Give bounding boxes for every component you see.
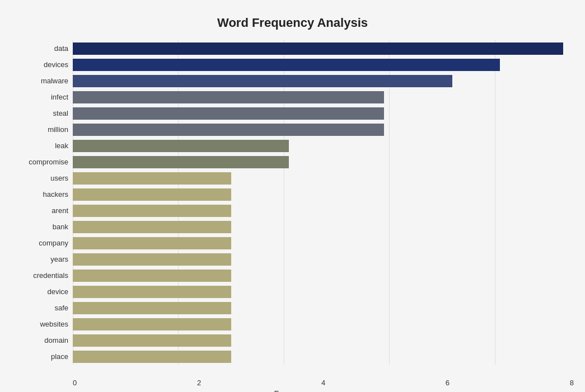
y-axis: datadevicesmalwareinfectstealmillionleak… bbox=[11, 40, 73, 365]
bar-row bbox=[73, 187, 574, 202]
bar-row bbox=[73, 220, 574, 234]
bar bbox=[73, 286, 231, 298]
x-axis: 02468 bbox=[73, 379, 574, 387]
y-label: leak bbox=[55, 139, 68, 153]
bar-row bbox=[73, 333, 574, 348]
grid-line bbox=[389, 40, 390, 365]
chart-area: datadevicesmalwareinfectstealmillionleak… bbox=[11, 40, 574, 365]
bar-row bbox=[73, 252, 574, 267]
bar bbox=[73, 253, 231, 266]
bar bbox=[73, 59, 500, 71]
bar-row bbox=[73, 350, 574, 364]
y-label: company bbox=[39, 236, 68, 251]
bar-row bbox=[73, 139, 574, 153]
x-tick: 2 bbox=[197, 379, 201, 387]
chart-title: Word Frequency Analysis bbox=[11, 11, 574, 30]
x-tick: 4 bbox=[321, 379, 325, 387]
bar bbox=[73, 42, 563, 55]
y-label: malware bbox=[41, 74, 68, 88]
bar-row bbox=[73, 236, 574, 251]
x-tick: 8 bbox=[570, 379, 574, 387]
bar-row bbox=[73, 58, 574, 72]
y-label: devices bbox=[44, 58, 68, 72]
bar bbox=[73, 270, 231, 282]
y-label: compromise bbox=[29, 155, 68, 169]
bar-row bbox=[73, 41, 574, 56]
grid-line bbox=[73, 40, 73, 365]
bar bbox=[73, 140, 289, 152]
x-tick: 6 bbox=[446, 379, 450, 387]
x-axis-label: Frequency bbox=[11, 389, 574, 392]
bar bbox=[73, 91, 384, 103]
bar-row bbox=[73, 301, 574, 315]
bar bbox=[73, 156, 289, 168]
bar-row bbox=[73, 155, 574, 169]
x-tick: 0 bbox=[73, 379, 77, 387]
chart-container: Word Frequency Analysis datadevicesmalwa… bbox=[0, 0, 585, 392]
bar bbox=[73, 318, 231, 330]
bar bbox=[73, 237, 231, 249]
bar-row bbox=[73, 122, 574, 137]
grid-line bbox=[178, 40, 179, 365]
bar bbox=[73, 172, 231, 185]
bar bbox=[73, 107, 384, 120]
y-label: data bbox=[54, 41, 68, 56]
bar bbox=[73, 334, 231, 347]
bars-and-grid bbox=[73, 40, 574, 365]
bar-row bbox=[73, 204, 574, 218]
y-label: domain bbox=[44, 333, 68, 348]
y-label: device bbox=[47, 285, 68, 299]
bar bbox=[73, 124, 384, 136]
bar bbox=[73, 351, 231, 363]
y-label: infect bbox=[51, 90, 68, 105]
bar bbox=[73, 188, 231, 201]
y-label: hackers bbox=[43, 187, 68, 202]
y-label: steal bbox=[53, 106, 68, 121]
y-label: place bbox=[51, 350, 68, 364]
bar-row bbox=[73, 268, 574, 283]
bar bbox=[73, 221, 231, 233]
bar bbox=[73, 205, 231, 217]
y-label: safe bbox=[54, 301, 68, 315]
grid-line bbox=[495, 40, 495, 365]
bar-row bbox=[73, 285, 574, 299]
y-label: bank bbox=[53, 220, 68, 234]
bar-row bbox=[73, 317, 574, 332]
y-label: years bbox=[50, 252, 68, 267]
y-label: credentials bbox=[33, 268, 68, 283]
y-label: users bbox=[50, 171, 68, 186]
y-label: million bbox=[48, 122, 68, 137]
bar-row bbox=[73, 90, 574, 105]
bar-row bbox=[73, 106, 574, 121]
grid-line bbox=[284, 40, 284, 365]
y-label: websites bbox=[40, 317, 68, 332]
bar bbox=[73, 75, 452, 87]
bar-row bbox=[73, 171, 574, 186]
y-label: arent bbox=[52, 204, 68, 218]
bar-row bbox=[73, 74, 574, 88]
bar bbox=[73, 302, 231, 314]
